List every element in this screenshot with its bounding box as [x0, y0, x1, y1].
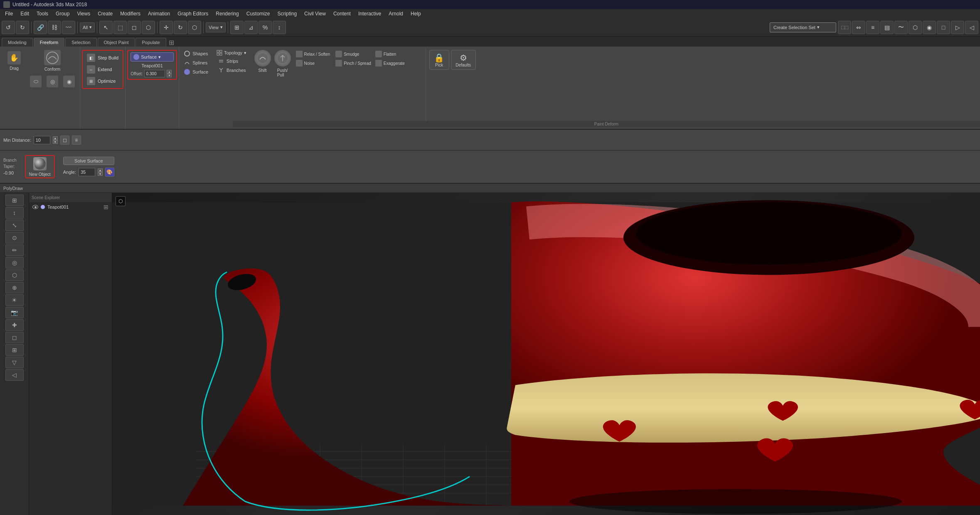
- branches-button[interactable]: Branches: [217, 67, 247, 74]
- new-object-button[interactable]: New Object: [25, 155, 55, 178]
- sidebar-brush-icon[interactable]: ⊙: [5, 232, 24, 244]
- select-region-button[interactable]: ⬚: [113, 21, 127, 34]
- sidebar-scale-icon[interactable]: ⤡: [5, 219, 24, 231]
- sidebar-rotate-icon[interactable]: ↕: [5, 207, 24, 219]
- sidebar-grid-icon[interactable]: ⬡: [5, 269, 24, 281]
- exaggerate-button[interactable]: Exaggerate: [374, 59, 413, 67]
- conform-sub3[interactable]: ◉: [62, 74, 76, 89]
- menu-interactive[interactable]: Interactive: [355, 10, 384, 17]
- optimize-button[interactable]: ⊞ Optimize: [84, 76, 121, 86]
- menu-arnold[interactable]: Arnold: [385, 10, 406, 17]
- offset-down-arrow[interactable]: ▼: [167, 74, 172, 77]
- menu-graph-editors[interactable]: Graph Editors: [174, 10, 212, 17]
- min-distance-input[interactable]: [34, 136, 50, 144]
- offset-input[interactable]: [144, 70, 165, 77]
- mirror-button[interactable]: ⇔: [852, 21, 865, 34]
- menu-animation[interactable]: Animation: [145, 10, 173, 17]
- viewport[interactable]: ⬡: [112, 193, 980, 515]
- named-selections-button[interactable]: ⬚⬚: [838, 21, 851, 34]
- angle-input[interactable]: [79, 168, 95, 176]
- menu-help[interactable]: Help: [407, 10, 424, 17]
- tab-freeform[interactable]: Freeform: [34, 38, 65, 47]
- menu-file[interactable]: File: [2, 10, 16, 17]
- tab-object-paint[interactable]: Object Paint: [98, 38, 135, 47]
- redo-button[interactable]: ↻: [16, 21, 29, 34]
- menu-tools[interactable]: Tools: [33, 10, 52, 17]
- angle-color-icon[interactable]: 🎨: [105, 168, 114, 177]
- teapot-visibility-icon[interactable]: [32, 205, 38, 209]
- scene-item-teapot[interactable]: Teapot001 ⊞: [29, 202, 112, 212]
- angle-down-arrow[interactable]: ▼: [98, 172, 103, 176]
- extend-button[interactable]: ↔ Extend: [84, 64, 121, 75]
- layer-manager[interactable]: ▤: [880, 21, 894, 34]
- conform-button[interactable]: Conform: [40, 50, 65, 71]
- render-setup[interactable]: □: [937, 21, 950, 34]
- unlink-button[interactable]: ⛓: [48, 21, 61, 34]
- solve-surface-button[interactable]: Solve Surface: [63, 157, 114, 165]
- align-button[interactable]: ≡: [866, 21, 879, 34]
- sidebar-helper-icon[interactable]: ✚: [5, 319, 24, 331]
- tab-selection[interactable]: Selection: [65, 38, 96, 47]
- sidebar-light-icon[interactable]: ☀: [5, 294, 24, 306]
- sidebar-space-icon[interactable]: ⊞: [5, 344, 24, 356]
- min-distance-icon1[interactable]: ◻: [60, 136, 69, 145]
- sidebar-camera-icon[interactable]: 📷: [5, 307, 24, 318]
- surface-dropdown[interactable]: Surface ▾: [131, 52, 174, 62]
- sidebar-filter-icon[interactable]: ▽: [5, 357, 24, 368]
- conform-sub1[interactable]: ⬭: [28, 74, 43, 89]
- undo-button[interactable]: ↺: [2, 21, 15, 34]
- step-build-button[interactable]: ◧ Step Build: [84, 52, 121, 63]
- material-editor[interactable]: ◉: [923, 21, 936, 34]
- pick-button[interactable]: 🔒 Pick: [429, 50, 449, 70]
- noise-button[interactable]: Noise: [294, 59, 333, 67]
- min-distance-spinner[interactable]: ▲ ▼: [53, 136, 58, 144]
- conform-sub2[interactable]: ◎: [45, 74, 60, 89]
- render-production[interactable]: ◁: [965, 21, 978, 34]
- menu-modifiers[interactable]: Modifiers: [117, 10, 144, 17]
- lasso-button[interactable]: ◻: [128, 21, 141, 34]
- offset-up-arrow[interactable]: ▲: [167, 70, 172, 74]
- drag-button[interactable]: ✋ Drag: [3, 50, 25, 71]
- rotate-button[interactable]: ↻: [174, 21, 187, 34]
- sidebar-paint-icon[interactable]: ✏: [5, 244, 24, 256]
- strips-button[interactable]: Strips: [217, 57, 247, 65]
- smudge-button[interactable]: Smudge: [334, 50, 373, 58]
- surface-shapes-button[interactable]: Surface: [182, 68, 210, 76]
- menu-rendering[interactable]: Rendering: [212, 10, 242, 17]
- tab-modeling[interactable]: Modeling: [2, 38, 33, 47]
- sidebar-magnet-icon[interactable]: ⊕: [5, 282, 24, 293]
- select-button[interactable]: ↖: [99, 21, 113, 34]
- relax-soften-button[interactable]: Relax / Soften: [294, 50, 333, 58]
- menu-group[interactable]: Group: [52, 10, 73, 17]
- min-distance-icon2[interactable]: ≡: [72, 136, 81, 145]
- bind-button[interactable]: 〰: [62, 21, 75, 34]
- angle-snap[interactable]: ⊿: [244, 21, 258, 34]
- shift-button[interactable]: Shift: [254, 50, 271, 73]
- sidebar-shape-icon[interactable]: ◻: [5, 332, 24, 343]
- link-button[interactable]: 🔗: [34, 21, 47, 34]
- push-pull-button[interactable]: Push/ Pull: [274, 50, 291, 77]
- snap-toggle[interactable]: ⊞: [230, 21, 244, 34]
- sidebar-collapse-icon[interactable]: ◁: [5, 369, 24, 381]
- schematic-view[interactable]: ⬡: [909, 21, 922, 34]
- menu-civil-view[interactable]: Civil View: [301, 10, 329, 17]
- scale-button[interactable]: ⬡: [188, 21, 201, 34]
- offset-spinner[interactable]: ▲ ▼: [167, 70, 172, 77]
- menu-customize[interactable]: Customize: [243, 10, 273, 17]
- defaults-button[interactable]: ⚙ Defaults: [451, 50, 476, 70]
- view-dropdown[interactable]: View ▾: [206, 22, 226, 32]
- min-distance-up-arrow[interactable]: ▲: [53, 136, 58, 140]
- sidebar-move-icon[interactable]: ⊞: [5, 195, 24, 206]
- filter-dropdown[interactable]: All ▾: [80, 22, 95, 32]
- render-frame[interactable]: ▷: [951, 21, 964, 34]
- paint-select-button[interactable]: ⬡: [142, 21, 155, 34]
- menu-edit[interactable]: Edit: [17, 10, 32, 17]
- tab-populate[interactable]: Populate: [135, 38, 166, 47]
- angle-spinner[interactable]: ▲ ▼: [98, 168, 103, 176]
- menu-scripting[interactable]: Scripting: [274, 10, 300, 17]
- move-button[interactable]: ✛: [160, 21, 173, 34]
- viewport-toggle-icon[interactable]: ⬡: [116, 196, 126, 206]
- ribbon-expand-icon[interactable]: ⊞: [169, 39, 174, 47]
- topology-header[interactable]: Topology ▾: [217, 50, 247, 56]
- menu-views[interactable]: Views: [74, 10, 94, 17]
